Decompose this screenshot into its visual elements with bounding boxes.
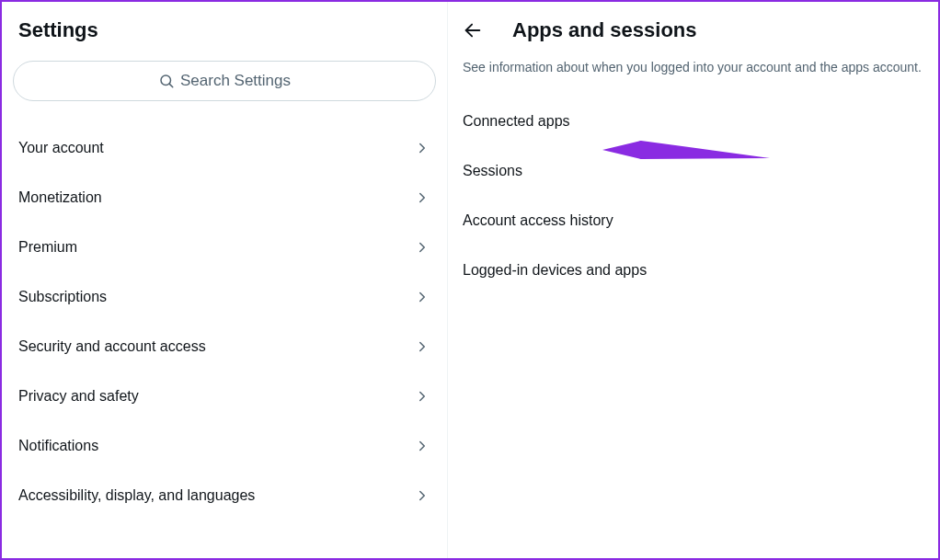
- search-placeholder: Search Settings: [180, 72, 291, 90]
- back-arrow-icon[interactable]: [463, 20, 483, 40]
- sidebar-item-label: Subscriptions: [18, 289, 107, 305]
- sidebar-item-privacy-safety[interactable]: Privacy and safety: [2, 371, 447, 421]
- sidebar-item-label: Your account: [18, 140, 104, 156]
- sidebar-item-notifications[interactable]: Notifications: [2, 421, 447, 471]
- detail-header: Apps and sessions: [448, 13, 938, 59]
- detail-description: See information about when you logged in…: [448, 59, 938, 97]
- sidebar-item-your-account[interactable]: Your account: [2, 123, 447, 173]
- detail-title: Apps and sessions: [512, 18, 697, 42]
- sidebar-item-label: Monetization: [18, 189, 102, 206]
- chevron-right-icon: [414, 189, 430, 206]
- detail-item-account-access-history[interactable]: Account access history: [448, 196, 938, 246]
- detail-item-label: Sessions: [463, 163, 522, 178]
- detail-item-label: Account access history: [463, 212, 613, 228]
- chevron-right-icon: [414, 487, 430, 504]
- detail-item-label: Logged-in devices and apps: [463, 262, 647, 278]
- detail-item-connected-apps[interactable]: Connected apps: [448, 97, 938, 146]
- settings-title: Settings: [2, 18, 447, 61]
- detail-item-logged-in-devices[interactable]: Logged-in devices and apps: [448, 246, 938, 295]
- svg-line-1: [169, 84, 173, 87]
- sidebar-item-security-account-access[interactable]: Security and account access: [2, 322, 447, 371]
- sidebar-item-label: Accessibility, display, and languages: [18, 487, 255, 504]
- chevron-right-icon: [414, 289, 430, 305]
- sidebar-item-monetization[interactable]: Monetization: [2, 173, 447, 223]
- chevron-right-icon: [414, 140, 430, 156]
- detail-item-sessions[interactable]: Sessions: [448, 146, 938, 196]
- sidebar-item-label: Security and account access: [18, 338, 206, 355]
- sidebar-item-label: Privacy and safety: [18, 388, 139, 405]
- sidebar-item-label: Notifications: [18, 438, 98, 454]
- sidebar-item-premium[interactable]: Premium: [2, 223, 447, 272]
- detail-pane: Apps and sessions See information about …: [448, 2, 938, 558]
- sidebar-item-label: Premium: [18, 239, 77, 256]
- sidebar-item-accessibility[interactable]: Accessibility, display, and languages: [2, 471, 447, 520]
- chevron-right-icon: [414, 338, 430, 355]
- chevron-right-icon: [414, 388, 430, 405]
- sidebar-item-subscriptions[interactable]: Subscriptions: [2, 272, 447, 322]
- search-input[interactable]: Search Settings: [13, 61, 436, 101]
- detail-item-label: Connected apps: [463, 113, 570, 129]
- settings-sidebar: Settings Search Settings Your account Mo…: [2, 2, 448, 558]
- search-icon: [158, 73, 175, 89]
- chevron-right-icon: [414, 438, 430, 454]
- search-container: Search Settings: [2, 61, 447, 123]
- chevron-right-icon: [414, 239, 430, 256]
